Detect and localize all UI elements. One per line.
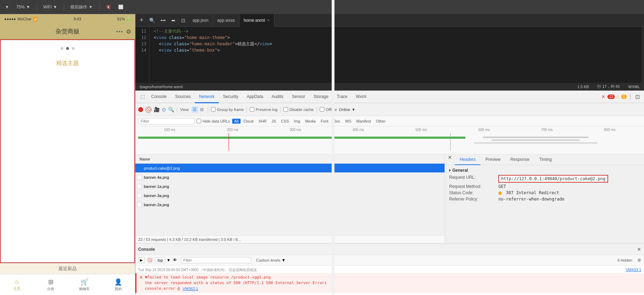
tab-audits[interactable]: Audits (267, 91, 287, 103)
group-by-frame-checkbox[interactable] (211, 107, 216, 112)
file-tab-app-wxss[interactable]: app.wxss (213, 14, 240, 27)
filter-js[interactable]: JS (269, 119, 278, 124)
disable-cache-label[interactable]: Disable cache (283, 107, 314, 112)
devtools-icons[interactable]: ⬚ (138, 94, 147, 99)
tab-sensor[interactable]: Sensor (288, 91, 310, 103)
console-eye-button[interactable]: 👁 (173, 257, 177, 263)
details-scrollbar[interactable] (641, 165, 644, 243)
error-link[interactable]: VM362:1 (183, 287, 198, 291)
preserve-log-label[interactable]: Preserve log (250, 107, 278, 112)
network-list-body[interactable]: product-cake@2.png banner-4a.png banner-… (135, 164, 445, 235)
dropdown-arrow[interactable]: ▼ (3, 3, 11, 11)
tab-network[interactable]: Network (195, 91, 219, 103)
network-item-4[interactable]: banner-2a.png (135, 200, 445, 209)
item-2-checkbox[interactable] (137, 184, 142, 189)
code-scrollbar[interactable] (641, 27, 644, 83)
item-0-name: product-cake@2.png (144, 166, 443, 170)
devtools-dock-button[interactable]: ⊡ (634, 92, 641, 101)
clear-button[interactable]: 🚫 (145, 106, 152, 113)
tab-appdata[interactable]: AppData (242, 91, 267, 103)
file-options-button[interactable]: ⬌ (168, 18, 178, 23)
filter-manifest[interactable]: Manifest (354, 119, 373, 124)
filter-xhr[interactable]: XHR (256, 119, 269, 124)
network-item-2[interactable]: banner-1a.png (135, 182, 445, 191)
filter-other[interactable]: Other (374, 119, 388, 124)
custom-levels-selector[interactable]: Custom levels ▼ (256, 258, 286, 263)
file-tab-home-wxml[interactable]: home.wxml ✕ (240, 14, 275, 27)
camera-icon[interactable]: ⊙ (126, 28, 131, 35)
tab-trace[interactable]: Trace (333, 91, 352, 103)
screen-button[interactable]: ⬜ (116, 3, 126, 11)
filter-cloud[interactable]: Cloud (241, 119, 256, 124)
devtools-more-button[interactable]: ⋮ (627, 93, 634, 100)
nav-category-label: 分类 (47, 287, 54, 291)
error-line-3: console.error @ (145, 286, 180, 291)
tab-close-button[interactable]: ✕ (267, 18, 270, 22)
filter-all[interactable]: All (232, 119, 241, 124)
nav-home[interactable]: ⌂ 主页 (0, 278, 34, 291)
nav-cart[interactable]: 🛒 购物车 (68, 278, 101, 291)
mute-button[interactable]: 🔇 (104, 3, 113, 11)
tab-wxml[interactable]: Wxml (352, 91, 371, 103)
item-4-checkbox[interactable] (137, 202, 142, 207)
details-close-button[interactable]: ✕ (445, 155, 455, 165)
hide-data-urls-checkbox[interactable] (197, 119, 201, 123)
filter-font[interactable]: Font (319, 119, 331, 124)
gear-icon[interactable]: ⚙ (637, 258, 641, 263)
file-tab-app-json[interactable]: app.json (188, 14, 213, 27)
request-method-value: GET (498, 184, 506, 189)
network-item-3[interactable]: banner-3a.png (135, 191, 445, 200)
tab-security[interactable]: Security (219, 91, 242, 103)
item-3-checkbox[interactable] (137, 193, 142, 198)
online-select[interactable]: Online ▼ (339, 107, 356, 112)
tab-console[interactable]: Console (147, 91, 171, 103)
item-1-checkbox[interactable] (137, 175, 142, 180)
tab-add-button[interactable]: + (137, 17, 146, 24)
devtools-panel: + 🔍 ••• ⬌ ⊡ app.json app.wxss home.wxml … (135, 14, 644, 295)
network-selector[interactable]: WiFi ▼ (41, 3, 59, 11)
item-3-name: banner-3a.png (144, 194, 443, 198)
zoom-selector[interactable]: 75% ▼ (14, 3, 32, 11)
error-line-3-row: console.error @ VM362:1 (145, 286, 327, 291)
tab-sources[interactable]: Sources (171, 91, 195, 103)
console-top-selector[interactable]: top ▼ (155, 257, 171, 263)
console-stop-button[interactable]: 🚫 (147, 257, 153, 263)
details-tab-headers[interactable]: Headers (455, 155, 480, 165)
waterfall-view-icon[interactable]: ⊟ (199, 106, 205, 113)
group-by-frame-label[interactable]: Group by frame (211, 107, 244, 112)
filter-img[interactable]: Img (292, 119, 302, 124)
search-button[interactable]: 🔍 (168, 107, 174, 112)
details-tab-preview[interactable]: Preview (480, 155, 505, 165)
file-search-button[interactable]: 🔍 (146, 18, 158, 23)
network-item-1[interactable]: banner-4a.png (135, 173, 445, 182)
offline-checkbox[interactable] (320, 107, 324, 112)
filter-css[interactable]: CSS (279, 119, 291, 124)
record-button[interactable] (138, 107, 143, 112)
nav-category[interactable]: ⊞ 分类 (34, 278, 68, 291)
file-more-button[interactable]: ••• (158, 18, 169, 23)
network-item-0[interactable]: product-cake@2.png (135, 164, 445, 173)
file-layout-button[interactable]: ⊡ (178, 18, 188, 23)
console-close-button[interactable]: ✕ (637, 247, 641, 252)
tab-storage[interactable]: Storage (310, 91, 333, 103)
camera-button[interactable]: 🎥 (154, 107, 160, 112)
nav-profile[interactable]: 👤 我的 (101, 278, 135, 291)
console-filter-input[interactable] (181, 257, 251, 263)
details-tab-response[interactable]: Response (505, 155, 534, 165)
filter-input[interactable] (138, 118, 195, 124)
filter-button[interactable]: ⊙ (162, 107, 166, 112)
timestamp-link[interactable]: VM433:1 (626, 268, 641, 273)
item-0-checkbox[interactable] (137, 166, 142, 171)
disable-cache-checkbox[interactable] (283, 107, 288, 112)
filter-media[interactable]: Media (303, 119, 318, 124)
filter-ws[interactable]: WS (343, 119, 353, 124)
mode-selector[interactable]: 模拟操作 ▼ (68, 3, 95, 12)
more-icon[interactable]: ••• (116, 29, 123, 34)
hide-data-urls-label[interactable]: Hide data URLs (197, 119, 230, 123)
list-view-icon[interactable]: ☰ (192, 106, 198, 113)
preserve-log-checkbox[interactable] (250, 107, 254, 112)
list-scrollbar[interactable] (332, 155, 334, 243)
console-play-button[interactable]: ▶ (138, 257, 145, 263)
details-tab-timing[interactable]: Timing (534, 155, 557, 165)
phone-featured-label: 精选主题 (1, 57, 134, 70)
